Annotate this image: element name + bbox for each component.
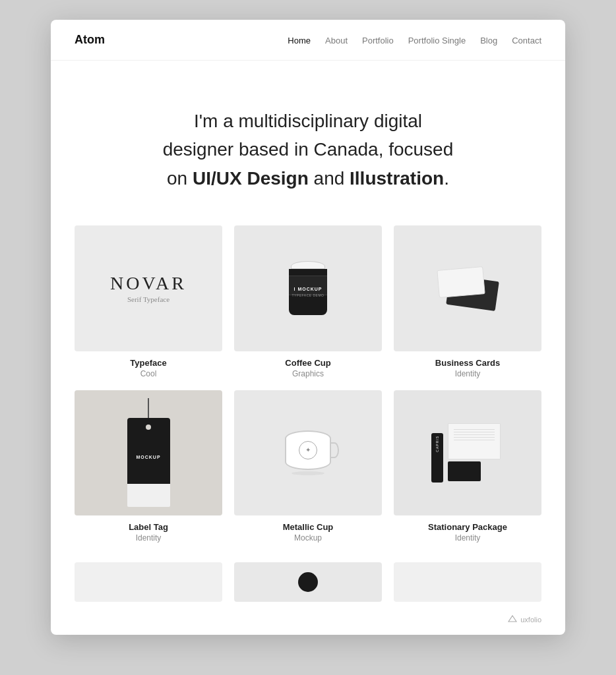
hero-section: I'm a multidisciplinary digital designer… <box>51 61 565 225</box>
portfolio-thumb-labeltag[interactable]: MOCKUP <box>75 390 222 515</box>
footer-badge: uxfolio <box>51 608 565 635</box>
nav-contact[interactable]: Contact <box>512 36 541 45</box>
portfolio-item-coffee: I MOCKUP TYPEFACE DEMO Coffee Cup Graphi… <box>234 225 382 378</box>
footer-brand: uxfolio <box>520 616 541 624</box>
nav-about[interactable]: About <box>325 36 348 45</box>
tag-string <box>148 398 149 418</box>
metallic-cup-illustration: ✦ <box>285 430 331 475</box>
portfolio-item-bizcard: Business Cards Identity <box>394 225 541 378</box>
stat-papers <box>448 423 504 481</box>
browser-window: Atom Home About Portfolio Portfolio Sing… <box>51 20 565 635</box>
item-title-stationary: Stationary Package <box>428 522 507 532</box>
novar-label: NOVAR <box>110 273 187 294</box>
stat-business-card <box>448 461 481 481</box>
mcup-base <box>292 471 324 475</box>
paper-line <box>454 429 495 430</box>
biz-card-light <box>437 266 485 298</box>
item-title-typeface: Typeface <box>130 358 166 368</box>
paper-line <box>454 437 495 438</box>
paper-line <box>454 434 495 435</box>
svg-marker-0 <box>508 616 516 622</box>
portfolio-item-typeface: NOVAR Serif Typeface Typeface Cool <box>75 225 222 378</box>
paper-lines <box>454 429 495 440</box>
portfolio-item-labeltag: MOCKUP Label Tag Identity <box>75 390 222 543</box>
tag-hole <box>146 425 151 430</box>
tag-label-text: MOCKUP <box>136 455 160 459</box>
partial-circle-icon <box>298 572 318 592</box>
item-title-labeltag: Label Tag <box>129 522 168 532</box>
item-subtitle-stationary: Identity <box>455 533 481 543</box>
item-title-metallic: Metallic Cup <box>283 522 334 532</box>
nav-home[interactable]: Home <box>288 36 311 45</box>
label-tag-illustration: MOCKUP <box>127 398 170 507</box>
item-subtitle-typeface: Cool <box>140 369 157 378</box>
item-title-bizcard: Business Cards <box>435 358 500 368</box>
tag-body: MOCKUP <box>127 418 170 484</box>
portfolio-item-stationary: CAPRIS <box>394 390 541 543</box>
cup-lid <box>291 261 325 269</box>
novar-sublabel: Serif Typeface <box>127 295 169 303</box>
partial-row <box>51 562 565 602</box>
item-subtitle-coffee: Graphics <box>292 369 324 378</box>
stat-tube-text: CAPRIS <box>435 436 439 452</box>
partial-thumb-left[interactable] <box>75 562 222 602</box>
nav: Atom Home About Portfolio Portfolio Sing… <box>51 20 565 61</box>
cup-body: I MOCKUP TYPEFACE DEMO <box>289 269 327 315</box>
mcup-star-icon: ✦ <box>305 446 311 454</box>
nav-portfolio-single[interactable]: Portfolio Single <box>408 36 466 45</box>
portfolio-thumb-stationary[interactable]: CAPRIS <box>394 390 541 515</box>
portfolio-grid: NOVAR Serif Typeface Typeface Cool I MOC… <box>75 225 541 543</box>
mcup-handle <box>330 442 339 458</box>
nav-logo[interactable]: Atom <box>75 33 105 47</box>
nav-portfolio[interactable]: Portfolio <box>362 36 394 45</box>
coffee-cup-illustration: I MOCKUP TYPEFACE DEMO <box>289 261 327 315</box>
portfolio-thumb-coffee[interactable]: I MOCKUP TYPEFACE DEMO <box>234 225 382 351</box>
portfolio-thumb-bizcard[interactable] <box>394 225 541 351</box>
partial-thumb-mid[interactable] <box>234 562 382 602</box>
portfolio-thumb-metallic[interactable]: ✦ <box>234 390 382 515</box>
item-subtitle-labeltag: Identity <box>136 533 162 543</box>
stationary-illustration: CAPRIS <box>431 423 504 483</box>
partial-thumb-right[interactable] <box>394 562 541 602</box>
item-subtitle-metallic: Mockup <box>294 533 322 543</box>
portfolio-thumb-typeface[interactable]: NOVAR Serif Typeface <box>75 225 222 351</box>
uxfolio-icon <box>508 615 517 624</box>
mcup-logo: ✦ <box>299 441 317 459</box>
tag-white-part <box>127 484 170 507</box>
mcup-body: ✦ <box>285 430 331 470</box>
portfolio-item-metallic: ✦ Metallic Cup Mockup <box>234 390 382 543</box>
item-title-coffee: Coffee Cup <box>285 358 330 368</box>
cup-sleeve <box>289 276 327 295</box>
card-stack-illustration <box>438 268 497 308</box>
item-subtitle-bizcard: Identity <box>455 369 481 378</box>
hero-text: I'm a multidisciplinary digital designer… <box>117 107 499 192</box>
paper-line <box>454 440 495 440</box>
nav-blog[interactable]: Blog <box>480 36 497 45</box>
stat-paper-letter <box>448 423 501 459</box>
portfolio-section: NOVAR Serif Typeface Typeface Cool I MOC… <box>51 225 565 562</box>
nav-links: Home About Portfolio Portfolio Single Bl… <box>288 34 541 46</box>
stat-tube: CAPRIS <box>431 433 443 483</box>
paper-line <box>454 432 495 432</box>
